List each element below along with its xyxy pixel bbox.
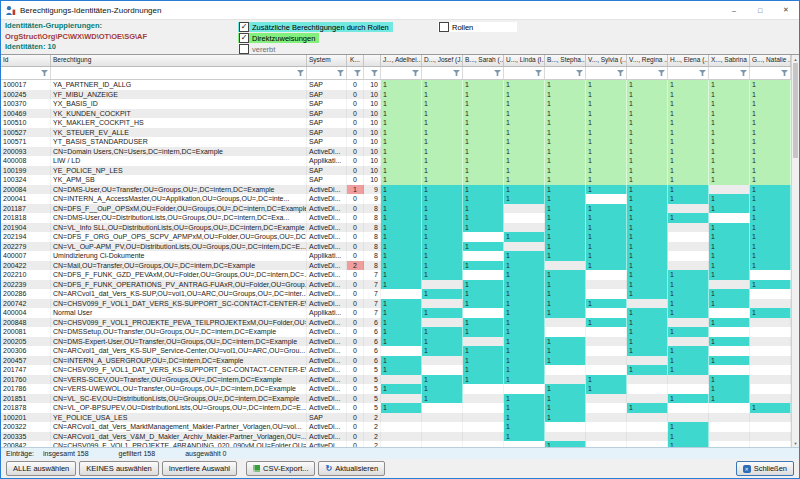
table-row[interactable]: 200322CN=ARCvol1_dat_Vers_MarktManagemen…: [1, 422, 791, 432]
table-row[interactable]: 202239CN=DFS_F_FUNK_OPERATIONS_PV_ANTRAG…: [1, 280, 791, 290]
table-row[interactable]: 200041CN=INTERN_A_AccessMaster,OU=Applik…: [1, 194, 791, 204]
column-header[interactable]: System: [307, 55, 347, 66]
column-header-person[interactable]: U..., Linda (I...: [504, 55, 545, 66]
filter-icon[interactable]: [371, 70, 378, 76]
table-row[interactable]: 400008LIW / LDApplikati...0101111111111: [1, 156, 791, 166]
table-row[interactable]: 100201YE_POLICE_USA_LESSAP0211: [1, 413, 791, 423]
filter-icon[interactable]: [617, 70, 624, 76]
table-row[interactable]: 201904CN=VL_Info SLL,OU=DistributionList…: [1, 223, 791, 233]
column-header[interactable]: [364, 55, 381, 66]
filter-icon[interactable]: [699, 70, 706, 76]
column-header-person[interactable]: X..., Sabrina ...: [709, 55, 750, 66]
checkbox-inherited[interactable]: vererbt: [238, 44, 279, 54]
column-header-person[interactable]: J..., Adelhei...: [381, 55, 422, 66]
checkbox-rollen[interactable]: Rollen: [438, 22, 517, 32]
table-row[interactable]: 201878CN=VL_OP-BPSUPEV,OU=DistributionLi…: [1, 403, 791, 413]
table-row[interactable]: 201786CN=VERS-UWEWOL,OU=Transfer,OU=Grou…: [1, 384, 791, 394]
filter-cell[interactable]: [750, 67, 791, 79]
minimize-icon[interactable]: –: [721, 1, 747, 19]
select-none-button[interactable]: KEINES auswählen: [79, 461, 158, 476]
table-row[interactable]: 200084CN=DMS-User,OU=Transfer,OU=Groups,…: [1, 185, 791, 195]
table-row[interactable]: 400004Normal UserApplikati...071111111: [1, 308, 791, 318]
table-row[interactable]: 200081CN=DMSSetup,OU=Transfer,OU=Groups,…: [1, 327, 791, 337]
select-all-button[interactable]: ALLE auswählen: [6, 461, 76, 476]
filter-icon[interactable]: [535, 70, 542, 76]
filter-cell[interactable]: [463, 67, 504, 79]
table-row[interactable]: 200335CN=ARCvol1_dat_Vers_V&M_D_Makler_A…: [1, 432, 791, 442]
checkbox-additional-role-permissions[interactable]: Zusätzliche Berechtigungen durch Rollen: [238, 22, 393, 32]
close-icon[interactable]: ✕: [773, 1, 799, 19]
column-header-person[interactable]: B..., Sarah (...: [463, 55, 504, 66]
scroll-down-icon[interactable]: ▼: [792, 439, 799, 447]
table-row[interactable]: 200286CN=ARCvol1_dat_Vers_KS-SUP,OU=vol1…: [1, 289, 791, 299]
table-row[interactable]: 201760CN=VERS-SCEV,OU=Transfer,OU=Groups…: [1, 375, 791, 385]
table-row[interactable]: 202279CN=VL_OuP-APM_PV,OU=DistributionLi…: [1, 242, 791, 252]
filter-icon[interactable]: [740, 70, 747, 76]
filter-icon[interactable]: [354, 70, 361, 76]
filter-icon[interactable]: [412, 70, 419, 76]
filter-cell[interactable]: [709, 67, 750, 79]
table-row[interactable]: 100510YK_MAKLER_COCKPIT_HSSAP01011111111…: [1, 118, 791, 128]
table-row[interactable]: 200848CN=CHSV099_F_VOL1_PROJEKTE_PEVA_TE…: [1, 318, 791, 328]
table-row[interactable]: 201187CN=DFS_F__OuP_OPSxM,OU=Folder,OU=G…: [1, 204, 791, 214]
filter-cell[interactable]: [422, 67, 463, 79]
table-row[interactable]: 201851CN=VL_SC-EV,OU=DistributionLists,O…: [1, 394, 791, 404]
checkbox-icon[interactable]: [239, 44, 249, 54]
checkbox-icon[interactable]: [239, 33, 249, 43]
table-row[interactable]: 200742CN=CHSV099_F_VOL1_DAT_VERS_KS-SUPP…: [1, 299, 791, 309]
invert-selection-button[interactable]: Invertiere Auswahl: [162, 461, 237, 476]
column-header-person[interactable]: D..., Josef (J...: [422, 55, 463, 66]
table-row[interactable]: 200457CN=INTERN_A_USERGROUP,OU=,DC=inter…: [1, 356, 791, 366]
filter-cell[interactable]: [307, 67, 347, 79]
filter-cell[interactable]: [364, 67, 381, 79]
csv-export-button[interactable]: CSV-Export...: [246, 461, 315, 476]
table-row[interactable]: 202194CN=DFS_F_ORG_OuP_OPS_SCPV_APMPxM,O…: [1, 232, 791, 242]
table-row[interactable]: 100370YX_BASIS_IDSAP0101111111111: [1, 99, 791, 109]
table-row[interactable]: 400007Umindizierung Ci-DokumenteApplikat…: [1, 251, 791, 261]
table-row[interactable]: 200422CN=Mail,OU=Transfer,OU=Groups,OU=,…: [1, 261, 791, 271]
filter-cell[interactable]: [586, 67, 627, 79]
title-bar[interactable]: Berechtigungs-Identitäten-Zuordnungen – …: [1, 1, 799, 20]
column-header-person[interactable]: V..., Sylvia (...: [586, 55, 627, 66]
filter-cell[interactable]: [381, 67, 422, 79]
table-row[interactable]: 202210CN=DFS_F_FUNK_GZD_PEVAxM,OU=Folder…: [1, 270, 791, 280]
column-header[interactable]: Berechtigung: [51, 55, 307, 66]
filter-icon[interactable]: [297, 70, 304, 76]
filter-icon[interactable]: [41, 70, 48, 76]
table-row[interactable]: 201818CN=DMS-User,OU=DistributionLists,O…: [1, 213, 791, 223]
filter-cell[interactable]: [545, 67, 586, 79]
filter-cell[interactable]: [1, 67, 51, 79]
filter-cell[interactable]: [668, 67, 709, 79]
checkbox-icon[interactable]: [439, 22, 449, 32]
column-header-person[interactable]: H..., Elena (...: [668, 55, 709, 66]
close-button[interactable]: ✕Schließen: [736, 461, 794, 476]
filter-cell[interactable]: [504, 67, 545, 79]
refresh-button[interactable]: ↻Aktualisieren: [318, 461, 385, 476]
scroll-up-icon[interactable]: ▲: [792, 55, 799, 63]
table-row[interactable]: 200205CN=DMS-Expert-User,OU=Transfer,OU=…: [1, 337, 791, 347]
column-header-person[interactable]: B..., Stepha...: [545, 55, 586, 66]
filter-icon[interactable]: [494, 70, 501, 76]
filter-icon[interactable]: [658, 70, 665, 76]
filter-icon[interactable]: [337, 70, 344, 76]
table-row[interactable]: 100017YA_PARTNER_ID_ALLGSAP0101111111111: [1, 80, 791, 90]
column-header-person[interactable]: V..., Regina ...: [627, 55, 668, 66]
column-header[interactable]: K...: [347, 55, 364, 66]
table-row[interactable]: 200093CN=Domain Users,CN=Users,DC=intern…: [1, 147, 791, 157]
table-row[interactable]: 100199YE_POLICE_NP_LESSAP0101111111111: [1, 166, 791, 176]
column-header[interactable]: Id: [1, 55, 51, 66]
filter-cell[interactable]: [347, 67, 364, 79]
scrollbar-thumb[interactable]: [793, 63, 798, 158]
table-row[interactable]: 100469YK_KUNDEN_COCKPITSAP0101111111111: [1, 109, 791, 119]
table-row[interactable]: 100571YT_BASIS_STANDARDUSERSAP0101111111…: [1, 137, 791, 147]
column-header-person[interactable]: G..., Natalie ...: [750, 55, 791, 66]
table-row[interactable]: 100324YK_APM_SBSAP0101111111111: [1, 175, 791, 185]
scrollbar-track[interactable]: [792, 158, 799, 439]
table-row[interactable]: 200306CN=ARCvol1_dat_Vers_KS-SUP_Service…: [1, 346, 791, 356]
table-row[interactable]: 201747CN=CHSV099_F_VOL1_DAT_VERS_KS-SUPP…: [1, 365, 791, 375]
filter-icon[interactable]: [781, 70, 788, 76]
checkbox-icon[interactable]: [239, 22, 249, 32]
filter-icon[interactable]: [576, 70, 583, 76]
checkbox-direct-assignments[interactable]: Direktzuweisungen: [238, 33, 319, 43]
vertical-scrollbar[interactable]: ▲ ▼: [791, 55, 799, 447]
